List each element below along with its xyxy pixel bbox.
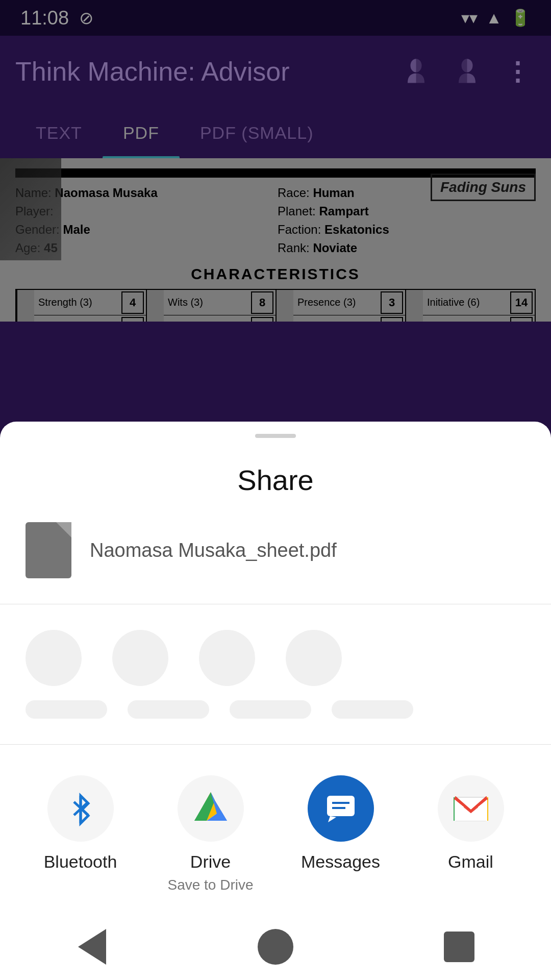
messages-label: Messages: [301, 852, 380, 872]
divider-1: [0, 604, 551, 604]
back-icon: [78, 929, 106, 965]
loading-pill-3: [230, 700, 311, 719]
loading-pill-1: [26, 700, 107, 719]
gmail-label: Gmail: [448, 852, 493, 872]
nav-recents-button[interactable]: [439, 926, 480, 967]
bluetooth-label: Bluetooth: [44, 852, 117, 872]
drive-icon: [190, 788, 231, 829]
loading-pills-row: [26, 700, 525, 719]
loading-circles-row: [26, 630, 525, 686]
share-app-bluetooth[interactable]: Bluetooth: [30, 775, 132, 893]
drive-icon-circle: [178, 775, 244, 842]
drag-handle[interactable]: [255, 434, 296, 438]
loading-circle-3: [199, 630, 255, 686]
nav-back-button[interactable]: [71, 926, 112, 967]
divider-2: [0, 744, 551, 745]
gmail-icon-circle: [438, 775, 504, 842]
messages-icon: [323, 791, 359, 826]
share-apps-loading: [0, 609, 551, 739]
loading-circle-2: [112, 630, 168, 686]
home-icon: [258, 929, 293, 965]
messages-icon-circle: [308, 775, 374, 842]
share-apps-row: Bluetooth: [0, 750, 551, 914]
nav-bar: [0, 914, 551, 980]
drive-sublabel: Save to Drive: [167, 877, 253, 893]
share-app-messages[interactable]: Messages: [290, 775, 392, 893]
svg-rect-9: [327, 796, 355, 816]
drive-label: Drive: [190, 852, 231, 872]
recents-icon: [444, 932, 474, 962]
loading-pill-2: [128, 700, 209, 719]
share-app-drive[interactable]: Drive Save to Drive: [160, 775, 262, 893]
file-name: Naomasa Musaka_sheet.pdf: [90, 540, 337, 561]
loading-pill-4: [332, 700, 413, 719]
file-icon: [26, 522, 71, 578]
loading-circle-1: [26, 630, 82, 686]
loading-circle-4: [286, 630, 342, 686]
gmail-icon: [450, 788, 491, 829]
bluetooth-icon-circle: [47, 775, 114, 842]
share-sheet: Share Naomasa Musaka_sheet.pdf: [0, 422, 551, 980]
bluetooth-icon: [63, 791, 98, 826]
nav-home-button[interactable]: [255, 926, 296, 967]
svg-marker-10: [328, 816, 336, 822]
share-title: Share: [0, 438, 551, 517]
share-app-gmail[interactable]: Gmail: [420, 775, 522, 893]
share-file-row: Naomasa Musaka_sheet.pdf: [0, 517, 551, 599]
